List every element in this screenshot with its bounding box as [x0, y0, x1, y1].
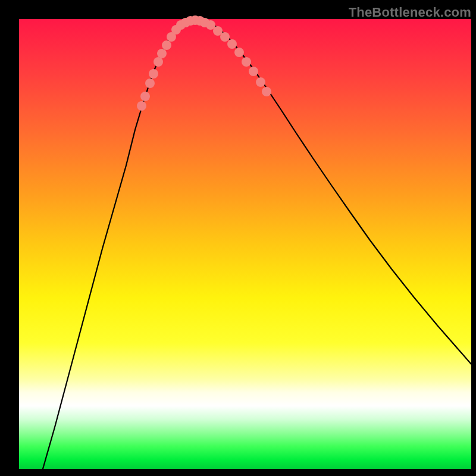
curve-marker: [220, 32, 230, 42]
bottleneck-curve-layer: [19, 19, 471, 469]
curve-marker: [140, 92, 150, 101]
curve-marker: [149, 69, 158, 79]
curve-marker: [249, 67, 258, 76]
curve-marker: [162, 40, 171, 50]
curve-marker: [227, 39, 237, 49]
curve-marker: [137, 101, 146, 111]
curve-marker: [262, 87, 271, 96]
curve-marker: [154, 57, 163, 67]
bottleneck-curve: [43, 20, 471, 469]
chart-canvas: TheBottleneck.com: [0, 0, 476, 476]
curve-marker: [256, 77, 265, 87]
curve-marker: [242, 57, 251, 67]
curve-marker: [157, 49, 167, 58]
curve-marker: [145, 79, 155, 88]
watermark-label: TheBottleneck.com: [349, 5, 471, 20]
curve-marker: [234, 48, 244, 57]
curve-markers: [137, 15, 271, 111]
